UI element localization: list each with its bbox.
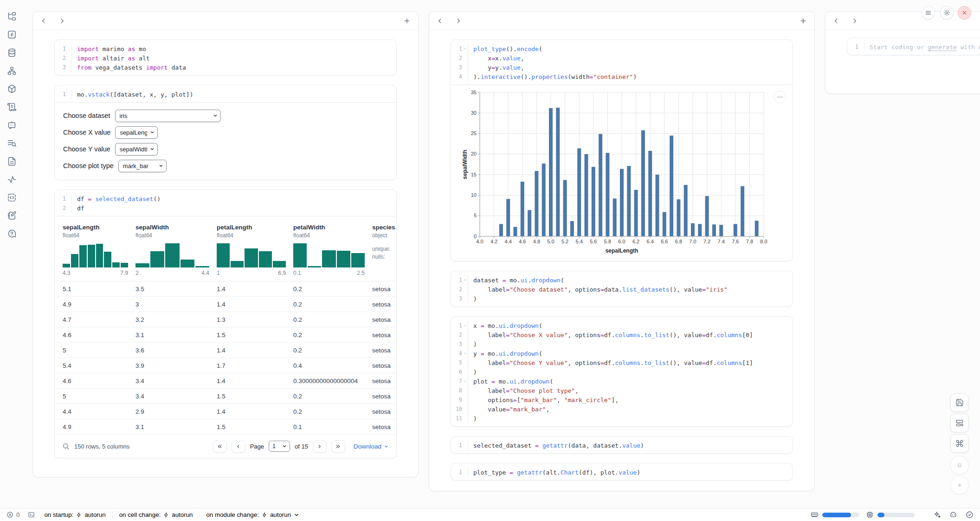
settings-button[interactable] bbox=[940, 6, 954, 20]
fold-chevron-icon[interactable] bbox=[462, 278, 468, 282]
table-footer: 150 rows, 5 columns Page 1 of 15 Downloa… bbox=[55, 435, 396, 458]
column-header-species[interactable]: speciesobjectunique:nulls: bbox=[372, 224, 396, 276]
copilot-button[interactable] bbox=[949, 511, 957, 519]
code-editor[interactable]: 1x = mo.ui.dropdown(2 label="Choose X va… bbox=[451, 317, 793, 426]
download-button[interactable]: Download bbox=[354, 443, 389, 450]
cell-output: Choose datasetirisChoose X valuesepalLen… bbox=[55, 102, 396, 180]
column-scroll-right-button[interactable] bbox=[59, 18, 65, 24]
play-icon bbox=[955, 481, 964, 489]
code-line: 3) bbox=[451, 339, 793, 349]
column-header-sepalLength[interactable]: sepalLengthfloat644.37.9 bbox=[63, 224, 135, 276]
status-bar: 0 on startup: autorun on cell change: au… bbox=[0, 508, 980, 521]
activity-icon[interactable] bbox=[6, 173, 18, 185]
list-search-icon[interactable] bbox=[6, 137, 18, 149]
column-scroll-right-button[interactable] bbox=[455, 18, 462, 24]
fold-chevron-icon[interactable] bbox=[462, 352, 468, 355]
workflow-icon[interactable] bbox=[6, 65, 18, 77]
code-editor[interactable]: 1df = selected_dataset()2df bbox=[55, 190, 396, 216]
generate-link[interactable]: generate bbox=[928, 44, 957, 51]
bot-message-icon[interactable] bbox=[6, 119, 18, 131]
add-cell-button[interactable] bbox=[403, 17, 411, 25]
code-editor[interactable]: 1plot_type().encode(2 x=x.value,3 y=y.va… bbox=[451, 40, 793, 85]
fold-chevron-icon[interactable] bbox=[462, 379, 468, 383]
line-number: 1 bbox=[451, 46, 462, 52]
column-scroll-left-button[interactable] bbox=[833, 18, 839, 24]
fold-chevron-icon[interactable] bbox=[462, 47, 468, 51]
column-header-petalLength[interactable]: petalLengthfloat6416.9 bbox=[217, 224, 293, 276]
next-page-button[interactable] bbox=[313, 440, 327, 453]
svg-text:8.0: 8.0 bbox=[760, 239, 767, 244]
line-number: 3 bbox=[451, 341, 462, 347]
altair-bar-chart[interactable]: 4.04.24.44.64.85.05.25.45.65.86.06.26.46… bbox=[461, 88, 781, 259]
svg-text:6.6: 6.6 bbox=[661, 239, 668, 244]
database-icon[interactable] bbox=[6, 46, 18, 59]
save-button[interactable] bbox=[950, 393, 969, 412]
on-startup-setting[interactable]: on startup: autorun bbox=[44, 511, 105, 518]
cell-dataframe: 1df = selected_dataset()2df sepalLengthf… bbox=[54, 189, 397, 458]
layout-toggle-button[interactable] bbox=[950, 414, 969, 432]
notebook-menu-button[interactable] bbox=[922, 6, 935, 20]
menu-icon bbox=[925, 9, 932, 16]
column-scroll-right-button[interactable] bbox=[851, 18, 858, 24]
dropdown-label: Choose dataset bbox=[63, 112, 110, 119]
column-scroll-left-button[interactable] bbox=[40, 18, 47, 24]
gear-icon bbox=[943, 9, 950, 16]
previous-page-button[interactable] bbox=[232, 440, 245, 453]
svg-text:6.0: 6.0 bbox=[618, 239, 625, 244]
fold-chevron-icon[interactable] bbox=[462, 324, 468, 327]
choose-plot-type-select[interactable]: mark_bar bbox=[118, 160, 167, 172]
code-editor[interactable]: 1 Start coding or generate with AI bbox=[847, 38, 980, 55]
code-editor[interactable]: 1selected_dataset = getattr(data, datase… bbox=[451, 436, 793, 453]
cell-imports: 1import marimo as mo2import altair as al… bbox=[54, 39, 397, 76]
file-text-icon[interactable] bbox=[6, 155, 18, 167]
help-circle-icon[interactable] bbox=[6, 228, 18, 240]
connection-status-button[interactable] bbox=[966, 511, 974, 519]
code-square-icon[interactable] bbox=[6, 191, 18, 203]
choose-y-value-select[interactable]: sepalWidth bbox=[115, 143, 158, 156]
code-editor[interactable]: 1import marimo as mo2import altair as al… bbox=[55, 40, 396, 75]
table-cell: 0.2 bbox=[293, 347, 372, 354]
cell-xy-plot-dropdowns: 1x = mo.ui.dropdown(2 label="Choose X va… bbox=[451, 316, 793, 427]
column-header-sepalWidth[interactable]: sepalWidthfloat6424.4 bbox=[135, 224, 217, 276]
file-tree-icon[interactable] bbox=[6, 10, 18, 22]
code-editor[interactable]: 1mo.vstack([dataset, x, y, plot]) bbox=[55, 85, 396, 102]
svg-text:4.4: 4.4 bbox=[505, 239, 512, 244]
code-line: 8 label="Choose plot type", bbox=[451, 386, 793, 395]
keyboard-shortcuts-button[interactable] bbox=[950, 434, 969, 453]
table-cell: setosa bbox=[372, 362, 396, 369]
table-row: 4.42.91.40.2setosa bbox=[55, 404, 396, 419]
svg-text:6.2: 6.2 bbox=[632, 239, 639, 244]
search-icon[interactable] bbox=[62, 443, 70, 450]
table-cell: setosa bbox=[372, 393, 396, 400]
on-cell-change-setting[interactable]: on cell change: autorun bbox=[119, 511, 193, 518]
errors-indicator[interactable]: 0 bbox=[6, 511, 19, 518]
scroll-text-icon[interactable] bbox=[6, 101, 18, 113]
page-select-wrap: 1 bbox=[269, 441, 290, 452]
column-scroll-left-button[interactable] bbox=[437, 18, 443, 24]
choose-dataset-select[interactable]: iris bbox=[115, 110, 221, 122]
svg-text:0: 0 bbox=[474, 234, 477, 239]
chart-actions-button[interactable] bbox=[774, 91, 786, 103]
table-cell: setosa bbox=[372, 423, 396, 430]
ai-features-button[interactable] bbox=[933, 511, 941, 519]
terminal-button[interactable] bbox=[28, 511, 35, 518]
first-page-button[interactable] bbox=[213, 440, 227, 453]
package-icon[interactable] bbox=[6, 83, 18, 95]
column-header-petalWidth[interactable]: petalWidthfloat640.12.5 bbox=[293, 224, 372, 276]
shutdown-button[interactable] bbox=[958, 6, 971, 20]
code-editor[interactable]: 1plot_type = getattr(alt.Chart(df), plot… bbox=[451, 463, 793, 480]
last-page-button[interactable] bbox=[331, 440, 345, 453]
interrupt-button[interactable] bbox=[950, 456, 969, 475]
function-square-icon[interactable] bbox=[6, 28, 18, 40]
add-cell-button[interactable] bbox=[799, 17, 807, 25]
code-editor[interactable]: 1dataset = mo.ui.dropdown(2 label="Choos… bbox=[451, 271, 793, 306]
notebook-pen-icon[interactable] bbox=[6, 209, 18, 221]
table-cell: 3.2 bbox=[135, 316, 217, 323]
on-module-change-setting[interactable]: on module change: autorun bbox=[206, 511, 300, 518]
run-all-button[interactable] bbox=[950, 476, 969, 495]
page-select[interactable]: 1 bbox=[269, 441, 290, 452]
table-cell: 1.3 bbox=[217, 316, 293, 323]
stop-icon bbox=[955, 461, 964, 469]
line-number: 2 bbox=[451, 55, 462, 61]
choose-x-value-select[interactable]: sepalLength bbox=[115, 126, 158, 139]
